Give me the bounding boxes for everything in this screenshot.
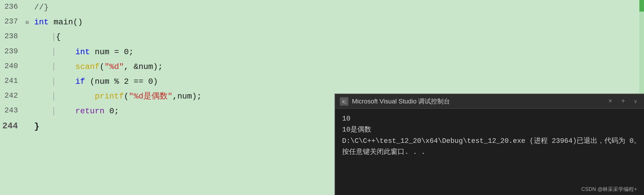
line-gutter-238 xyxy=(23,30,31,44)
line-content-239: int num = 0; xyxy=(31,45,644,59)
watermark: CSDN @林采采学编程+ xyxy=(581,186,637,193)
table-row: 236 //} xyxy=(0,0,644,15)
line-number-242: 242 xyxy=(0,89,23,104)
table-row: 238 { xyxy=(0,30,644,44)
line-content-241: if (num % 2 == 0) xyxy=(31,74,644,89)
svg-text:>_: >_ xyxy=(342,100,347,104)
line-number-240: 240 xyxy=(0,59,23,74)
terminal-titlebar: >_ Microsoft Visual Studio 调试控制台 × + ∨ xyxy=(335,94,644,109)
line-number-244: 244 xyxy=(0,119,23,134)
line-content-237: int main() xyxy=(31,15,644,30)
table-row: 237 ⊟ int main() xyxy=(0,15,644,30)
line-gutter-240 xyxy=(23,59,31,74)
terminal-output: 10 10是偶数 D:\C\C++\test_12_20\x64\Debug\t… xyxy=(335,109,644,195)
list-item: D:\C\C++\test_12_20\x64\Debug\test_12_20… xyxy=(342,136,637,147)
table-row: 239 int num = 0; xyxy=(0,45,644,59)
line-gutter-242 xyxy=(23,89,31,104)
terminal-add-button[interactable]: + xyxy=(618,96,628,106)
terminal-close-button[interactable]: × xyxy=(606,96,615,106)
line-gutter-237: ⊟ xyxy=(23,15,31,30)
line-number-237: 237 xyxy=(0,15,23,30)
line-gutter-244 xyxy=(23,119,31,134)
app-container: 236 //} 237 ⊟ int main() 238 { 239 xyxy=(0,0,644,195)
terminal-app-icon: >_ xyxy=(340,97,348,106)
line-gutter-239 xyxy=(23,45,31,59)
table-row: 240 scanf("%d", &num); xyxy=(0,59,644,74)
line-gutter-243 xyxy=(23,104,31,119)
line-number-238: 238 xyxy=(0,30,23,44)
terminal-panel: >_ Microsoft Visual Studio 调试控制台 × + ∨ 1… xyxy=(335,94,644,195)
collapse-icon[interactable]: ⊟ xyxy=(26,19,29,25)
line-content-236: //} xyxy=(31,0,644,15)
line-number-239: 239 xyxy=(0,45,23,59)
terminal-chevron-button[interactable]: ∨ xyxy=(632,97,639,106)
table-row: 241 if (num % 2 == 0) xyxy=(0,74,644,89)
line-number-236: 236 xyxy=(0,0,23,15)
terminal-title: Microsoft Visual Studio 调试控制台 xyxy=(352,97,602,106)
line-gutter-236 xyxy=(23,0,31,15)
scroll-position xyxy=(639,0,644,12)
line-content-238: { xyxy=(31,30,644,44)
line-content-240: scanf("%d", &num); xyxy=(31,59,644,74)
list-item: 按任意键关闭此窗口. . . xyxy=(342,147,637,158)
line-number-243: 243 xyxy=(0,104,23,119)
line-number-241: 241 xyxy=(0,74,23,89)
line-gutter-241 xyxy=(23,74,31,89)
list-item: 10是偶数 xyxy=(342,124,637,135)
list-item: 10 xyxy=(342,113,637,124)
